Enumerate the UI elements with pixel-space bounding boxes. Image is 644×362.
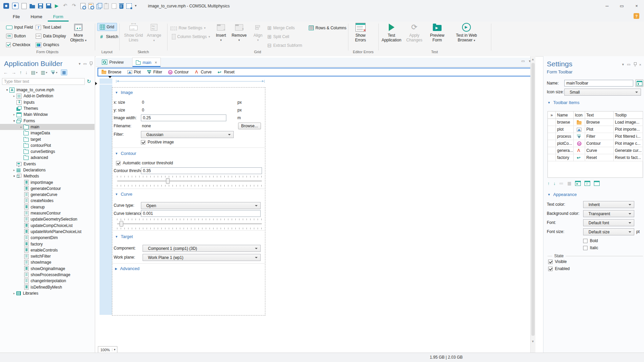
section-target[interactable]: ▼ Target	[115, 234, 133, 239]
tree-item-advanced[interactable]: advanced	[0, 155, 94, 161]
undo-button[interactable]	[63, 3, 69, 9]
customize-toolbar-button[interactable]	[135, 3, 141, 9]
tree-item-componentdim[interactable]: componentDim	[0, 235, 94, 241]
tree-item-updatecompchoicelist[interactable]: updateCompChoiceList	[0, 223, 94, 229]
curve-toolbar-button[interactable]: Curve	[195, 70, 212, 74]
save-as-button[interactable]	[46, 3, 51, 8]
tree-item-measurecontour[interactable]: measureContour	[0, 210, 94, 216]
grid-row-header[interactable]	[100, 85, 112, 315]
column-header-name[interactable]: Name	[556, 111, 573, 119]
tree-item-showoriginalimage[interactable]: showOriginalImage	[0, 266, 94, 272]
edit-item-button[interactable]: ▦	[567, 181, 571, 186]
bold-checkbox-row[interactable]: Bold	[583, 238, 598, 243]
settings-float-icon[interactable]: ▭	[627, 62, 630, 67]
item-icon-cell[interactable]	[573, 154, 585, 161]
image-width-input[interactable]	[141, 114, 226, 121]
section-contour[interactable]: ▼ Contour	[115, 151, 136, 156]
slider-track[interactable]	[117, 223, 262, 224]
tree-item-imagedata[interactable]: imageData	[0, 130, 94, 136]
grid-view-button[interactable]: ▦	[61, 69, 67, 75]
panel-float-icon[interactable]: ▭	[83, 62, 87, 66]
desktop-button[interactable]	[12, 3, 18, 9]
button-object-button[interactable]: Button	[6, 33, 26, 39]
scrollbar-thumb[interactable]	[531, 63, 535, 336]
form-toolbar-object[interactable]: BrowsePlotFilterContourCurveReset	[98, 68, 533, 76]
tree-item-factory[interactable]: factory	[0, 241, 94, 247]
zoom-control[interactable]: 100% ▼	[98, 346, 117, 353]
tree-item-importimage[interactable]: importImage	[0, 179, 94, 185]
editor-vertical-scrollbar[interactable]: ▲ ▼	[530, 56, 535, 353]
help-icon[interactable]: ?	[634, 13, 639, 19]
panel-menu-icon[interactable]: ▾	[79, 62, 81, 66]
bold-checkbox[interactable]	[583, 239, 588, 243]
reset-toolbar-button[interactable]: Reset	[218, 70, 234, 74]
tree-item-showprocessedimage[interactable]: showProcessedImage	[0, 272, 94, 278]
scroll-down-icon[interactable]: ▼	[531, 340, 534, 343]
ribbon-tab-home[interactable]: Home	[25, 12, 48, 22]
item-text-cell[interactable]: Filter	[585, 133, 613, 140]
tree-item-switchfilter[interactable]: switchFilter	[0, 253, 94, 259]
item-tooltip-cell[interactable]: Plot importe...	[613, 126, 643, 133]
item-name-cell[interactable]: plotCo...	[556, 140, 573, 147]
preview-selection-button[interactable]	[80, 3, 85, 9]
browse-toolbar-button[interactable]: Browse	[102, 70, 121, 74]
back-button[interactable]: ←	[3, 70, 8, 75]
split-cell-button[interactable]: ⊞ Split Cell	[267, 34, 289, 40]
font-select[interactable]: Default font	[583, 219, 634, 226]
show-grid-lines-button[interactable]: Show Grid Lines	[123, 22, 144, 42]
minimize-button[interactable]: ─	[600, 0, 614, 12]
data-display-button[interactable]: Data Display	[36, 33, 66, 39]
tree-item-declarations[interactable]: ▸Declarations	[0, 167, 94, 173]
enabled-checkbox-row[interactable]: Enabled	[548, 266, 570, 271]
panel-pin-icon[interactable]	[89, 62, 92, 66]
toolbar-item-row[interactable]: plotPlotPlot importe...	[548, 126, 643, 133]
forward-button[interactable]: →	[11, 70, 16, 75]
toolbar-item-row[interactable]: processFilterPlot filtered i...	[548, 133, 643, 140]
section-image[interactable]: ▼ Image	[115, 90, 133, 95]
visible-checkbox[interactable]	[548, 260, 553, 264]
name-input[interactable]	[564, 80, 633, 87]
delete-button[interactable]	[119, 4, 123, 9]
item-icon-cell[interactable]	[573, 140, 585, 147]
work-plane-select[interactable]: Work Plane 1 (wp1)	[143, 254, 261, 261]
visible-checkbox-row[interactable]: Visible	[548, 259, 567, 264]
tree-item-themes[interactable]: Themes	[0, 105, 94, 111]
move-item-down-button[interactable]: ↓	[554, 181, 556, 186]
toolbar-item-row[interactable]: genera...CurveGenerate cur...	[548, 147, 643, 154]
positive-image-checkbox-row[interactable]: Positive image	[141, 140, 174, 144]
apply-changes-button[interactable]: ⟳ Apply Changes	[404, 22, 424, 42]
test-application-button[interactable]: Test Application	[379, 22, 404, 42]
duplicate-button[interactable]	[112, 3, 116, 9]
toolbar-items-table[interactable]: » Name Icon Text Tooltip browseBrowseLoa…	[547, 111, 643, 178]
positive-image-checkbox[interactable]	[141, 140, 145, 144]
contour-toolbar-button[interactable]: Contour	[168, 70, 189, 74]
redo-button[interactable]	[72, 3, 77, 9]
tree-item-methods[interactable]: ▾Methods	[0, 173, 94, 179]
tree-item-events[interactable]: Events	[0, 161, 94, 167]
expander-icon[interactable]: ▾	[5, 88, 9, 92]
save-button[interactable]	[38, 3, 43, 8]
tree-item-showimage[interactable]: showImage	[0, 259, 94, 265]
component-select[interactable]: Component 1 (comp1) (3D)	[143, 245, 261, 252]
slider-thumb[interactable]	[119, 221, 123, 227]
tree-item-add-in-definition[interactable]: ▸Add-in Definition	[0, 93, 94, 99]
section-advanced[interactable]: ▶ Advanced	[115, 266, 140, 271]
arrange-button[interactable]: Arrange▾	[145, 22, 163, 43]
tree-item-updateworkplanechoicelist[interactable]: updateWorkPlaneChoiceList	[0, 229, 94, 235]
scroll-up-icon[interactable]: ▲	[531, 58, 534, 61]
item-text-cell[interactable]: Curve	[585, 147, 613, 154]
align-button[interactable]: Align ▾	[250, 22, 266, 42]
browse-file-button[interactable]: Browse...	[238, 123, 261, 129]
add-toggle-item-button[interactable]: ☑	[584, 181, 590, 186]
select-box-button[interactable]	[126, 3, 132, 9]
tab-main[interactable]: main ×	[132, 58, 161, 67]
tree-item-changeinterpolation[interactable]: changeInterpolation	[0, 278, 94, 284]
preview-all-button[interactable]	[88, 3, 93, 9]
expander-icon[interactable]: ▸	[12, 113, 16, 116]
item-text-cell[interactable]: Reset	[585, 154, 613, 161]
item-tooltip-cell[interactable]: Plot filtered i...	[613, 133, 643, 140]
tree-item-createnodes[interactable]: createNodes	[0, 198, 94, 204]
item-text-cell[interactable]: Browse	[585, 119, 613, 126]
background-color-select[interactable]: Transparent	[583, 210, 634, 217]
editor-float-icon[interactable]: ▭	[521, 59, 525, 63]
